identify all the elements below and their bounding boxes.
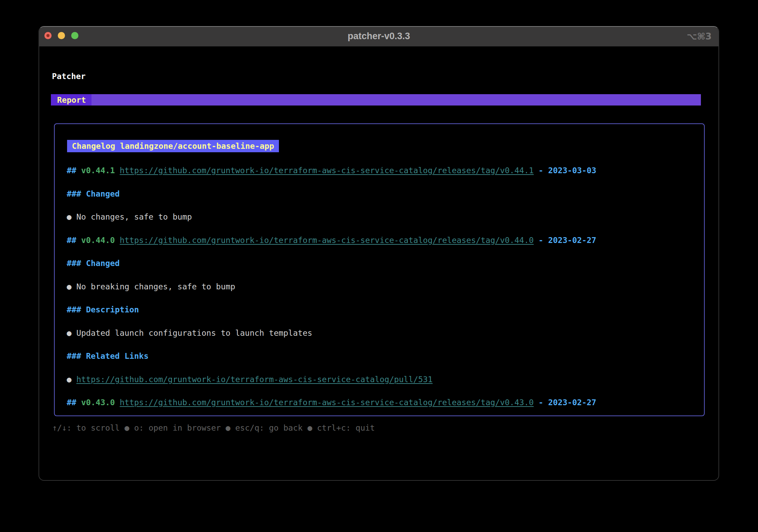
changelog-segment-h2: ## <box>67 235 81 245</box>
changelog-line: ### Changed <box>67 258 120 268</box>
changelog-segment-body: ● Updated launch configurations to launc… <box>67 328 312 337</box>
changelog-segment-h3: ### Description <box>67 305 139 314</box>
changelog-line: ● https://github.com/gruntwork-io/terraf… <box>67 375 433 384</box>
changelog-panel[interactable]: Changelog landingzone/account-baseline-a… <box>54 123 705 416</box>
changelog-heading: Changelog landingzone/account-baseline-a… <box>67 140 279 152</box>
changelog-segment-h2: ## <box>67 166 81 175</box>
changelog-link[interactable]: https://github.com/gruntwork-io/terrafor… <box>76 375 433 384</box>
changelog-segment-body: ● No breaking changes, safe to bump <box>67 282 235 291</box>
changelog-line: ● Updated launch configurations to launc… <box>67 328 312 338</box>
changelog-segment-version: v0.43.0 <box>81 398 115 407</box>
changelog-line: ### Related Links <box>67 351 149 361</box>
changelog-line: ### Changed <box>67 189 120 199</box>
changelog-line: ## v0.44.1 https://github.com/gruntwork-… <box>67 166 596 175</box>
report-tab[interactable]: Report <box>51 94 91 106</box>
changelog-segment-h2: - 2023-02-27 <box>534 235 596 245</box>
changelog-segment-h2: ## <box>67 398 81 407</box>
changelog-segment-h3: ### Related Links <box>67 351 149 361</box>
app-title: Patcher <box>52 71 86 81</box>
changelog-line: ● No changes, safe to bump <box>67 212 192 222</box>
changelog-segment-body: ● <box>67 375 76 384</box>
changelog-segment-body <box>115 235 120 245</box>
changelog-line: ### Description <box>67 305 139 314</box>
changelog-segment-h2: - 2023-03-03 <box>534 166 596 175</box>
footer-help-text: ↑/↓: to scroll ● o: open in browser ● es… <box>52 423 375 433</box>
changelog-segment-h3: ### Changed <box>67 189 120 198</box>
changelog-line: ## v0.44.0 https://github.com/gruntwork-… <box>67 235 596 245</box>
changelog-segment-h3: ### Changed <box>67 258 120 268</box>
changelog-link[interactable]: https://github.com/gruntwork-io/terrafor… <box>120 166 534 175</box>
changelog-segment-body <box>115 398 120 407</box>
report-tab-bar: Report <box>51 94 701 106</box>
window-title: patcher-v0.3.3 <box>39 27 718 46</box>
changelog-segment-body <box>115 166 120 175</box>
changelog-link[interactable]: https://github.com/gruntwork-io/terrafor… <box>120 235 534 245</box>
window-titlebar: patcher-v0.3.3 ⌥⌘3 <box>39 27 718 46</box>
terminal-window: patcher-v0.3.3 ⌥⌘3 Patcher Report Change… <box>39 26 719 481</box>
changelog-line: ## v0.43.0 https://github.com/gruntwork-… <box>67 398 596 407</box>
window-shortcut-badge: ⌥⌘3 <box>687 27 712 46</box>
changelog-link[interactable]: https://github.com/gruntwork-io/terrafor… <box>120 398 534 407</box>
changelog-segment-version: v0.44.1 <box>81 166 115 175</box>
changelog-segment-version: v0.44.0 <box>81 235 115 245</box>
changelog-segment-h2: - 2023-02-27 <box>534 398 596 407</box>
changelog-line: ● No breaking changes, safe to bump <box>67 282 235 291</box>
changelog-segment-body: ● No changes, safe to bump <box>67 212 192 221</box>
